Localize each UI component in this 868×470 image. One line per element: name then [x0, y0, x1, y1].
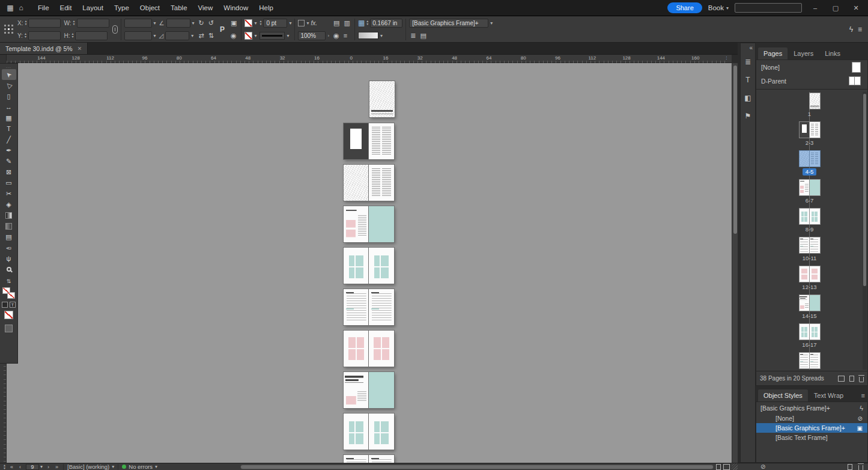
- next-spread-button[interactable]: ›: [46, 464, 50, 470]
- stroke-weight-select[interactable]: 0 pt: [263, 19, 287, 28]
- chevron-down-icon[interactable]: ▾: [154, 33, 156, 38]
- fill-color-swatch[interactable]: [244, 32, 252, 40]
- resize-grip[interactable]: [732, 463, 738, 470]
- spread-thumbnails[interactable]: [800, 353, 820, 368]
- stepper-down-icon[interactable]: ▾: [366, 23, 368, 26]
- w-stepper[interactable]: ▴▾: [73, 20, 75, 26]
- spread-thumbnails[interactable]: [800, 237, 820, 253]
- page-number-input[interactable]: [26, 464, 39, 470]
- master-spread-thumbnail[interactable]: [849, 77, 860, 85]
- canvas-spread-4-5[interactable]: [344, 165, 394, 201]
- pages-panel-icon[interactable]: ⚑: [741, 109, 754, 123]
- apply-none-button[interactable]: [4, 311, 13, 319]
- spread-thumbnails[interactable]: [800, 295, 820, 311]
- chevron-down-icon[interactable]: ▾: [192, 20, 195, 26]
- menu-view[interactable]: View: [193, 0, 219, 16]
- screen-mode-button[interactable]: [5, 325, 13, 332]
- stroke-swatch[interactable]: [7, 292, 15, 299]
- pages-list[interactable]: 12-34-56-78-910-1112-1314-1516-1718-19: [756, 91, 867, 371]
- menu-window[interactable]: Window: [218, 0, 253, 16]
- canvas-spread-18-19[interactable]: [344, 455, 394, 463]
- spacing-stepper[interactable]: ▴▾: [366, 20, 368, 26]
- spread-thumbnails[interactable]: [800, 93, 820, 109]
- stroke-weight-stepper[interactable]: ▴▾: [259, 20, 261, 26]
- maximize-button[interactable]: ▢: [828, 4, 843, 12]
- y-field[interactable]: [28, 31, 61, 40]
- menu-object[interactable]: Object: [135, 0, 165, 16]
- menu-help[interactable]: Help: [253, 0, 279, 16]
- selection-tool[interactable]: ➤: [2, 69, 16, 80]
- formatting-affects-container-button[interactable]: [2, 302, 8, 308]
- gradient-swatch-tool[interactable]: [2, 210, 16, 221]
- stepper-down-icon[interactable]: ▾: [73, 23, 75, 26]
- minimize-button[interactable]: –: [808, 4, 822, 11]
- vertical-scrollbar-thumb[interactable]: [733, 66, 737, 234]
- page-thumbnail[interactable]: [810, 324, 820, 340]
- pages-list-scrollbar-thumb[interactable]: [863, 94, 866, 286]
- status-collapse-arrows[interactable]: ▴▾: [4, 464, 5, 470]
- spread-thumbnails[interactable]: [800, 324, 820, 340]
- page-thumbnail[interactable]: [810, 295, 820, 311]
- chevron-down-icon[interactable]: ▾: [191, 33, 193, 38]
- stepper-down-icon[interactable]: ▾: [4, 467, 5, 470]
- constrain-proportions-link-icon[interactable]: [112, 25, 118, 34]
- search-input[interactable]: [735, 3, 802, 13]
- tab-object-styles[interactable]: Object Styles: [758, 389, 808, 401]
- page-thumbnail[interactable]: [800, 151, 810, 166]
- pages-panel-spread-12-13[interactable]: 12-13: [757, 265, 861, 294]
- gradient-feather-tool[interactable]: [2, 221, 16, 231]
- type-tool[interactable]: T: [2, 123, 16, 134]
- menu-edit[interactable]: Edit: [55, 0, 77, 16]
- first-spread-button[interactable]: «: [9, 464, 14, 470]
- scale-x-field[interactable]: [124, 19, 152, 28]
- stepper-down-icon[interactable]: ▾: [259, 23, 261, 26]
- tab-layers[interactable]: Layers: [788, 47, 819, 60]
- panel-menu-icon[interactable]: ≡: [861, 392, 865, 399]
- page-thumbnail[interactable]: [800, 180, 810, 195]
- eyedropper-tool[interactable]: ✑: [2, 242, 16, 253]
- opacity-button[interactable]: ◉: [332, 32, 341, 40]
- character-styles-panel-icon[interactable]: T: [741, 73, 754, 87]
- preflight-status-menu[interactable]: No errors ▾: [122, 463, 157, 470]
- chevron-down-icon[interactable]: ▾: [254, 33, 256, 38]
- canvas-spread-2-3[interactable]: [344, 123, 394, 159]
- master-page-thumbnail[interactable]: [852, 63, 860, 72]
- spread-thumbnails[interactable]: [800, 122, 820, 138]
- quick-apply-icon[interactable]: ϟ: [849, 25, 853, 34]
- pen-tool[interactable]: ✒: [2, 145, 16, 156]
- canvas-spread-16-17[interactable]: [344, 414, 394, 450]
- pencil-tool[interactable]: ✎: [2, 156, 16, 166]
- page-thumbnail[interactable]: [810, 151, 820, 166]
- x-field[interactable]: [28, 19, 61, 28]
- page-thumbnail[interactable]: [800, 122, 810, 138]
- direct-selection-tool[interactable]: ▷: [2, 80, 16, 91]
- canvas-spread-14-15[interactable]: [344, 372, 394, 408]
- pages-list-scrollbar[interactable]: [863, 92, 867, 370]
- canvas-spread-12-13[interactable]: [344, 331, 394, 367]
- pages-panel-spread-10-11[interactable]: 10-11: [757, 236, 861, 265]
- chevron-down-icon[interactable]: ▾: [154, 20, 156, 26]
- document-tab[interactable]: Template 30.indd @ 5% ✕: [0, 43, 88, 54]
- page-view-icon[interactable]: [716, 464, 721, 470]
- stepper-down-icon[interactable]: ▾: [71, 35, 73, 38]
- swatches-panel-icon[interactable]: ◧: [741, 91, 754, 105]
- stepper-down-icon[interactable]: ▾: [25, 35, 26, 38]
- chevron-down-icon[interactable]: ▾: [306, 20, 309, 26]
- gap-tool[interactable]: ↔: [2, 102, 16, 112]
- stroke-color-swatch[interactable]: [244, 19, 252, 27]
- chevron-down-icon[interactable]: ▾: [254, 20, 256, 26]
- pages-panel-spread-16-17[interactable]: 16-17: [757, 323, 861, 352]
- new-page-button[interactable]: [849, 376, 854, 382]
- tab-pages[interactable]: Pages: [758, 47, 788, 60]
- width-field[interactable]: [77, 19, 109, 28]
- zoom-level-field[interactable]: [298, 31, 326, 40]
- stroke-style-preview[interactable]: [259, 32, 285, 40]
- formatting-affects-text-button[interactable]: T: [10, 302, 16, 308]
- align-icon-1[interactable]: ≣: [409, 32, 417, 40]
- chevron-down-icon[interactable]: ▾: [40, 464, 43, 469]
- hand-tool[interactable]: ψ: [2, 253, 16, 264]
- master-page-d-parent[interactable]: D-Parent: [756, 74, 867, 88]
- page-thumbnail[interactable]: [800, 324, 810, 340]
- master-page-none[interactable]: [None]: [756, 60, 867, 74]
- page-thumbnail[interactable]: [810, 93, 820, 109]
